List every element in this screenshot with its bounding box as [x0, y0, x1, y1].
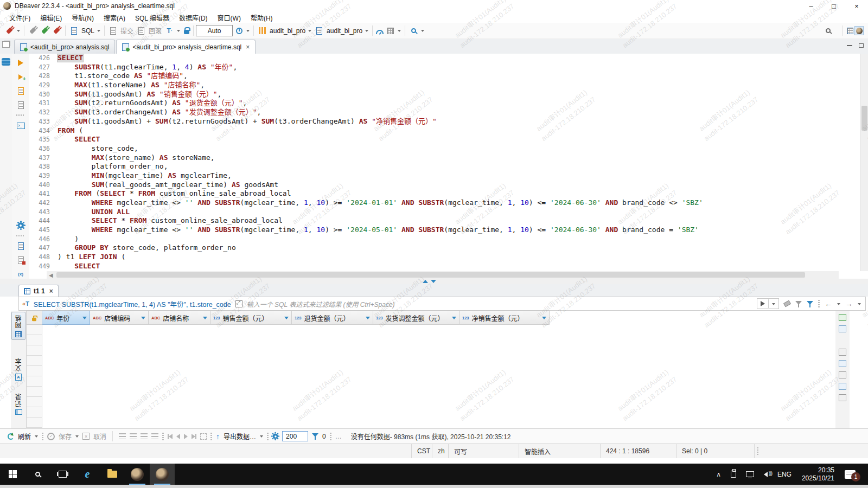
editor-settings-gear-icon[interactable]	[16, 221, 25, 230]
code-line[interactable]: 434FROM (	[29, 126, 839, 136]
apply-filter-combo[interactable]	[757, 298, 779, 309]
save-button[interactable]: 保存	[59, 432, 72, 441]
editor-tab[interactable]: <audit_bi_pro> analysis.sql	[14, 40, 115, 54]
code-line[interactable]: 430 SUM(t1.goodsAmt) AS "销售金额（元）",	[29, 90, 839, 99]
volume-tray-icon[interactable]	[760, 464, 771, 485]
result-settings-gear-icon[interactable]	[273, 434, 278, 439]
action-center-button[interactable]: 1	[841, 464, 865, 485]
minimize-editor-icon[interactable]	[847, 45, 852, 46]
code-line[interactable]: 426SELECT	[29, 54, 839, 63]
save-filter-icon[interactable]	[795, 300, 802, 307]
dbeaver-perspective-icon[interactable]	[854, 26, 864, 35]
minimize-button[interactable]: –	[800, 0, 822, 12]
sql-editor-icon[interactable]	[69, 26, 79, 35]
usb-tray-icon[interactable]	[727, 464, 740, 485]
column-menu-caret-icon[interactable]	[542, 317, 546, 322]
column-menu-caret-icon[interactable]	[82, 317, 87, 322]
quick-access-search-icon[interactable]	[824, 26, 833, 35]
scroll-left-icon[interactable]: ◀	[47, 272, 55, 278]
execute-script-icon[interactable]	[16, 86, 25, 95]
dashboard-icon[interactable]	[375, 26, 384, 35]
perspective-icon[interactable]	[845, 26, 854, 35]
row-header[interactable]	[26, 407, 42, 418]
nav-back-caret-icon[interactable]	[837, 303, 840, 307]
column-menu-caret-icon[interactable]	[366, 317, 370, 322]
column-header[interactable]: ABC年份	[42, 311, 90, 325]
code-line[interactable]: 436 store_code,	[29, 144, 839, 153]
grid-corner-cell[interactable]	[26, 311, 42, 325]
collapse-up-icon[interactable]	[423, 280, 428, 283]
filter-expression[interactable]: SELECT SUBSTR(t1.mgclearTime, 1, 4) AS "…	[34, 299, 231, 309]
code-line[interactable]: 445 WHERE mgclear_time <> '' AND SUBSTR(…	[29, 226, 839, 235]
row-filter-icon[interactable]	[312, 433, 318, 440]
result-tab[interactable]: t1 1 ×	[18, 285, 59, 297]
column-header[interactable]: 123退货金额（元）	[292, 311, 373, 325]
value-viewer-icon[interactable]	[839, 325, 846, 332]
code-line[interactable]: 433 SUM(t1.goodsAmt) + SUM(t2.returnGood…	[29, 117, 839, 126]
file-explorer-button[interactable]	[100, 464, 125, 485]
expand-filter-icon[interactable]	[235, 300, 242, 307]
column-header[interactable]: 123销售金额（元）	[210, 311, 292, 325]
scrollbar-thumb[interactable]	[56, 272, 805, 278]
code-line[interactable]: 441 FROM (SELECT * FROM custom_online_sa…	[29, 189, 839, 198]
row-header[interactable]	[26, 345, 42, 356]
connect-icon[interactable]	[28, 26, 37, 35]
history-icon[interactable]	[234, 26, 244, 35]
writable-indicator[interactable]: 可写	[448, 444, 519, 458]
results-grid[interactable]: ABC年份ABC店铺编码ABC店铺名称123销售金额（元）123退货金额（元）1…	[26, 311, 835, 428]
row-header[interactable]	[26, 418, 42, 428]
sql-editor-label[interactable]: SQL	[81, 27, 94, 35]
disconnect-icon[interactable]	[52, 26, 61, 35]
menu-item-h[interactable]: 帮助(H)	[246, 12, 278, 23]
caret-position-indicator[interactable]: 424 : 1 : 18596	[600, 444, 676, 458]
sql-editor-caret-icon[interactable]	[97, 30, 100, 34]
menu-item-sql[interactable]: SQL 编辑器	[130, 12, 174, 23]
db-search-icon[interactable]	[409, 26, 418, 35]
dbeaver-taskbar-button-active[interactable]	[150, 464, 175, 485]
refresh-button[interactable]: 刷新	[18, 432, 31, 441]
nav-back-icon[interactable]: ←	[825, 300, 832, 307]
column-menu-caret-icon[interactable]	[284, 317, 289, 322]
close-icon[interactable]: ×	[49, 287, 53, 295]
code-line[interactable]: 448) t1 LEFT JOIN (	[29, 253, 839, 262]
row-header[interactable]	[26, 325, 42, 335]
maximize-editor-icon[interactable]	[859, 43, 864, 48]
column-menu-caret-icon[interactable]	[203, 317, 207, 322]
editor-tab[interactable]: <audit_bi_pro> analysis_cleartime.sql×	[116, 40, 256, 54]
code-line[interactable]: 435 SELECT	[29, 135, 839, 144]
transaction-log-caret-icon[interactable]	[177, 30, 180, 34]
refresh-caret-icon[interactable]	[35, 435, 38, 439]
grouping-panel-icon[interactable]	[839, 383, 846, 390]
code-line[interactable]: 440 SUM(real_goods_amt_mgclear_time) AS …	[29, 181, 839, 190]
cancel-button[interactable]: 取消	[93, 432, 106, 441]
nav-forward-caret-icon[interactable]	[858, 303, 861, 307]
calc-panel-icon[interactable]	[839, 349, 846, 356]
metadata-panel-icon[interactable]	[839, 360, 846, 367]
taskbar-clock[interactable]: 20:35 2025/10/21	[797, 466, 839, 483]
refresh-icon[interactable]	[8, 433, 14, 440]
commit-mode-caret-icon[interactable]	[398, 30, 401, 34]
history-caret-icon[interactable]	[246, 30, 250, 34]
code-line[interactable]: 443 UNION ALL	[29, 208, 839, 217]
code-line[interactable]: 446 )	[29, 235, 839, 244]
apply-filter-icon[interactable]	[761, 301, 765, 306]
lock-icon[interactable]	[182, 26, 191, 35]
schema-combo[interactable]: audit_bi_pro	[313, 26, 370, 35]
row-header[interactable]	[26, 397, 42, 407]
sql-terminal-icon[interactable]: >_	[16, 121, 25, 130]
references-panel-icon[interactable]	[839, 371, 846, 378]
connection-combo[interactable]: audit_bi_pro	[256, 26, 313, 35]
presentation-tab-grid[interactable]: 网格	[11, 312, 25, 340]
new-connection-caret-icon[interactable]	[17, 30, 20, 34]
timezone-indicator[interactable]: CST	[411, 444, 432, 458]
close-icon[interactable]: ×	[246, 43, 250, 51]
commit-mode-icon[interactable]	[386, 26, 395, 35]
row-header[interactable]	[26, 356, 42, 366]
code-line[interactable]: 447 GROUP BY store_code, platform_order_…	[29, 243, 839, 253]
close-button[interactable]: ×	[845, 0, 868, 12]
database-navigator-icon[interactable]	[2, 58, 10, 66]
column-menu-caret-icon[interactable]	[141, 317, 145, 322]
row-header[interactable]	[26, 335, 42, 345]
start-button[interactable]	[0, 464, 25, 485]
script-variables-icon[interactable]: (x)	[16, 269, 25, 279]
